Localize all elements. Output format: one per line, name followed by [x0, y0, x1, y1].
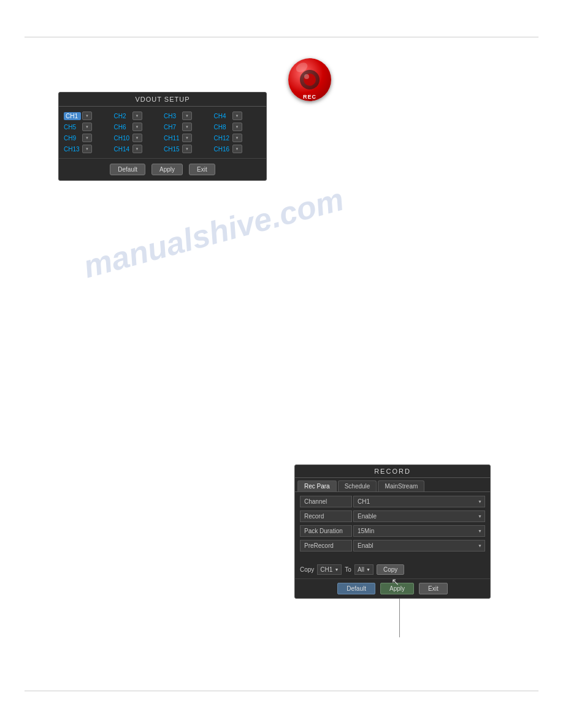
ch6-dropdown[interactable] — [132, 123, 142, 131]
vdout-buttons: Default Apply Exit — [59, 158, 266, 180]
channel-value[interactable]: CH1 ▼ — [353, 496, 485, 507]
channel-item-ch11[interactable]: CH11 — [164, 134, 212, 142]
copy-row: Copy CH1 ▼ To All ▼ Copy — [295, 561, 490, 578]
ch1-label: CH1 — [64, 112, 81, 120]
channel-label: Channel — [300, 496, 352, 507]
record-row: Record Enable ▼ — [300, 510, 485, 522]
record-footer: Default Apply Exit — [295, 578, 490, 598]
ch13-dropdown[interactable] — [82, 145, 92, 153]
rec-text-label: REC — [288, 94, 331, 100]
ch15-label: CH15 — [164, 146, 181, 153]
ch4-dropdown[interactable] — [232, 112, 242, 120]
prerecord-dropdown-arrow: ▼ — [478, 544, 482, 548]
ch1-dropdown[interactable] — [82, 112, 92, 120]
vdout-grid: CH1 CH2 CH3 CH4 CH5 CH6 CH7 CH8 — [59, 107, 266, 158]
record-apply-button[interactable]: Apply — [380, 583, 414, 594]
ch10-label: CH10 — [114, 135, 131, 142]
ch13-label: CH13 — [64, 146, 81, 153]
top-divider — [25, 37, 538, 37]
ch7-label: CH7 — [164, 124, 181, 131]
vdout-exit-button[interactable]: Exit — [189, 164, 215, 175]
ch2-label: CH2 — [114, 113, 131, 119]
copy-channel-dropdown[interactable]: CH1 ▼ — [317, 564, 342, 575]
channel-item-ch8[interactable]: CH8 — [214, 123, 262, 131]
tab-rec-para[interactable]: Rec Para — [297, 480, 337, 491]
channel-item-ch7[interactable]: CH7 — [164, 123, 212, 131]
record-exit-button[interactable]: Exit — [419, 583, 448, 594]
channel-item-ch16[interactable]: CH16 — [214, 145, 262, 153]
ch14-label: CH14 — [114, 146, 131, 153]
ch10-dropdown[interactable] — [132, 134, 142, 142]
channel-row: Channel CH1 ▼ — [300, 496, 485, 507]
channel-item-ch4[interactable]: CH4 — [214, 112, 262, 120]
channel-dropdown-arrow: ▼ — [478, 499, 482, 504]
pack-duration-dropdown-arrow: ▼ — [478, 529, 482, 533]
vdout-apply-button[interactable]: Apply — [151, 164, 183, 175]
copy-all-arrow: ▼ — [366, 567, 370, 572]
vdout-title: VDOUT SETUP — [59, 93, 266, 107]
ch6-label: CH6 — [114, 124, 131, 131]
ch8-dropdown[interactable] — [232, 123, 242, 131]
rec-icon: REC — [288, 58, 331, 101]
channel-item-ch15[interactable]: CH15 — [164, 145, 212, 153]
rec-lens-svg — [297, 67, 322, 92]
ch2-dropdown[interactable] — [132, 112, 142, 120]
ch12-dropdown[interactable] — [232, 134, 242, 142]
record-dropdown-arrow: ▼ — [478, 514, 482, 518]
pack-duration-label: Pack Duration — [300, 525, 352, 537]
copy-channel-arrow: ▼ — [334, 567, 339, 572]
channel-item-ch14[interactable]: CH14 — [114, 145, 162, 153]
ch12-label: CH12 — [214, 135, 231, 142]
channel-item-ch1[interactable]: CH1 — [64, 112, 112, 120]
ch8-label: CH8 — [214, 124, 231, 131]
ch9-dropdown[interactable] — [82, 134, 92, 142]
svg-point-2 — [304, 74, 309, 79]
record-label: Record — [300, 510, 352, 522]
record-default-button[interactable]: Default — [337, 583, 375, 594]
ch15-dropdown[interactable] — [182, 145, 192, 153]
copy-button[interactable]: Copy — [377, 564, 404, 575]
copy-all-dropdown[interactable]: All ▼ — [354, 564, 373, 575]
channel-item-ch5[interactable]: CH5 — [64, 123, 112, 131]
ch11-dropdown[interactable] — [182, 134, 192, 142]
tab-mainstream[interactable]: MainStream — [378, 480, 424, 491]
to-label: To — [345, 566, 351, 573]
record-tabs: Rec Para Schedule MainStream — [295, 478, 490, 492]
channel-item-ch13[interactable]: CH13 — [64, 145, 112, 153]
record-body: Channel CH1 ▼ Record Enable ▼ Pack Durat… — [295, 492, 490, 558]
channel-item-ch10[interactable]: CH10 — [114, 134, 162, 142]
pack-duration-value[interactable]: 15Min ▼ — [353, 525, 485, 537]
channel-item-ch3[interactable]: CH3 — [164, 112, 212, 120]
ch7-dropdown[interactable] — [182, 123, 192, 131]
channel-item-ch12[interactable]: CH12 — [214, 134, 262, 142]
bottom-divider — [25, 691, 538, 691]
ch3-label: CH3 — [164, 113, 181, 119]
ch3-dropdown[interactable] — [182, 112, 192, 120]
vdout-panel: VDOUT SETUP CH1 CH2 CH3 CH4 CH5 CH6 CH7 — [58, 92, 267, 181]
watermark: manualshive.com — [80, 181, 348, 286]
ch9-label: CH9 — [64, 135, 81, 142]
ch16-dropdown[interactable] — [232, 145, 242, 153]
copy-label: Copy — [300, 566, 314, 573]
ch14-dropdown[interactable] — [132, 145, 142, 153]
prerecord-label: PreRecord — [300, 540, 352, 552]
record-value[interactable]: Enable ▼ — [353, 510, 485, 522]
prerecord-row: PreRecord Enabl ▼ — [300, 540, 485, 552]
channel-item-ch6[interactable]: CH6 — [114, 123, 162, 131]
channel-item-ch2[interactable]: CH2 — [114, 112, 162, 120]
vdout-default-button[interactable]: Default — [110, 164, 145, 175]
channel-item-ch9[interactable]: CH9 — [64, 134, 112, 142]
record-title: RECORD — [295, 465, 490, 478]
record-panel: RECORD Rec Para Schedule MainStream Chan… — [294, 464, 491, 599]
ch5-label: CH5 — [64, 124, 81, 131]
ch5-dropdown[interactable] — [82, 123, 92, 131]
pack-duration-row: Pack Duration 15Min ▼ — [300, 525, 485, 537]
ch4-label: CH4 — [214, 113, 231, 119]
prerecord-value[interactable]: Enabl ▼ — [353, 540, 485, 552]
ch11-label: CH11 — [164, 135, 181, 142]
ch16-label: CH16 — [214, 146, 231, 153]
tab-schedule[interactable]: Schedule — [338, 480, 377, 491]
rec-icon-container: REC — [288, 58, 331, 101]
